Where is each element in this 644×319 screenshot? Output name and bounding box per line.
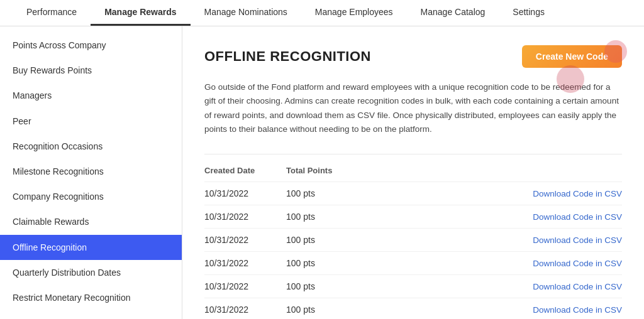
download-csv-link[interactable]: Download Code in CSV [362, 205, 622, 229]
description-text: Go outside of the Fond platform and rewa… [204, 80, 619, 136]
cell-date: 10/31/2022 [204, 229, 286, 252]
nav-item-manage-catalog[interactable]: Manage Catalog [407, 0, 499, 26]
download-csv-link[interactable]: Download Code in CSV [362, 252, 622, 275]
nav-item-performance[interactable]: Performance [13, 0, 91, 26]
sidebar-item-company-recognitions[interactable]: Company Recognitions [0, 184, 182, 209]
sidebar: Points Across CompanyBuy Rewards PointsM… [0, 26, 182, 319]
table-header-row: Created Date Total Points [204, 166, 622, 182]
cell-points: 100 pts [286, 275, 362, 298]
nav-item-manage-employees[interactable]: Manage Employees [301, 0, 407, 26]
divider [204, 154, 622, 154]
col-header-action [362, 166, 622, 182]
cell-date: 10/31/2022 [204, 298, 286, 319]
create-new-code-button[interactable]: Create New Code [522, 45, 622, 68]
sidebar-item-managers[interactable]: Managers [0, 83, 182, 108]
page-title: OFFLINE RECOGNITION [204, 48, 371, 65]
table-row: 10/31/2022100 ptsDownload Code in CSV [204, 252, 622, 275]
sidebar-item-offline-recognition[interactable]: Offline Recognition [0, 235, 182, 260]
download-csv-link[interactable]: Download Code in CSV [362, 275, 622, 298]
nav-item-manage-rewards[interactable]: Manage Rewards [91, 0, 190, 26]
col-header-points: Total Points [286, 166, 362, 182]
app-layout: Points Across CompanyBuy Rewards PointsM… [0, 26, 644, 319]
download-csv-link[interactable]: Download Code in CSV [362, 229, 622, 252]
sidebar-item-milestone-recognitions[interactable]: Milestone Recognitions [0, 159, 182, 184]
codes-table: Created Date Total Points 10/31/2022100 … [204, 166, 622, 319]
nav-item-settings[interactable]: Settings [499, 0, 558, 26]
cell-date: 10/31/2022 [204, 275, 286, 298]
sidebar-item-claimable-rewards[interactable]: Claimable Rewards [0, 209, 182, 234]
content-header: OFFLINE RECOGNITION Create New Code [204, 45, 622, 68]
table-row: 10/31/2022100 ptsDownload Code in CSV [204, 298, 622, 319]
cell-points: 100 pts [286, 205, 362, 229]
top-navigation: PerformanceManage RewardsManage Nominati… [0, 0, 644, 26]
table-body: 10/31/2022100 ptsDownload Code in CSV10/… [204, 182, 622, 319]
sidebar-item-quarterly-distribution-dates[interactable]: Quarterly Distribution Dates [0, 260, 182, 285]
cell-date: 10/31/2022 [204, 182, 286, 205]
cell-date: 10/31/2022 [204, 205, 286, 229]
table-row: 10/31/2022100 ptsDownload Code in CSV [204, 182, 622, 205]
sidebar-item-restrict-monetary-recognition[interactable]: Restrict Monetary Recognition [0, 285, 182, 310]
table-row: 10/31/2022100 ptsDownload Code in CSV [204, 229, 622, 252]
sidebar-item-buy-rewards-points[interactable]: Buy Rewards Points [0, 58, 182, 83]
cell-date: 10/31/2022 [204, 252, 286, 275]
table-row: 10/31/2022100 ptsDownload Code in CSV [204, 275, 622, 298]
cell-points: 100 pts [286, 182, 362, 205]
table-header: Created Date Total Points [204, 166, 622, 182]
cell-points: 100 pts [286, 298, 362, 319]
sidebar-item-points-across-company[interactable]: Points Across Company [0, 33, 182, 58]
cell-points: 100 pts [286, 252, 362, 275]
main-content: OFFLINE RECOGNITION Create New Code Go o… [182, 26, 644, 319]
sidebar-item-recognition-occasions[interactable]: Recognition Occasions [0, 134, 182, 159]
col-header-date: Created Date [204, 166, 286, 182]
nav-item-manage-nominations[interactable]: Manage Nominations [191, 0, 301, 26]
sidebar-item-peer[interactable]: Peer [0, 109, 182, 134]
cell-points: 100 pts [286, 229, 362, 252]
download-csv-link[interactable]: Download Code in CSV [362, 182, 622, 205]
table-row: 10/31/2022100 ptsDownload Code in CSV [204, 205, 622, 229]
download-csv-link[interactable]: Download Code in CSV [362, 298, 622, 319]
